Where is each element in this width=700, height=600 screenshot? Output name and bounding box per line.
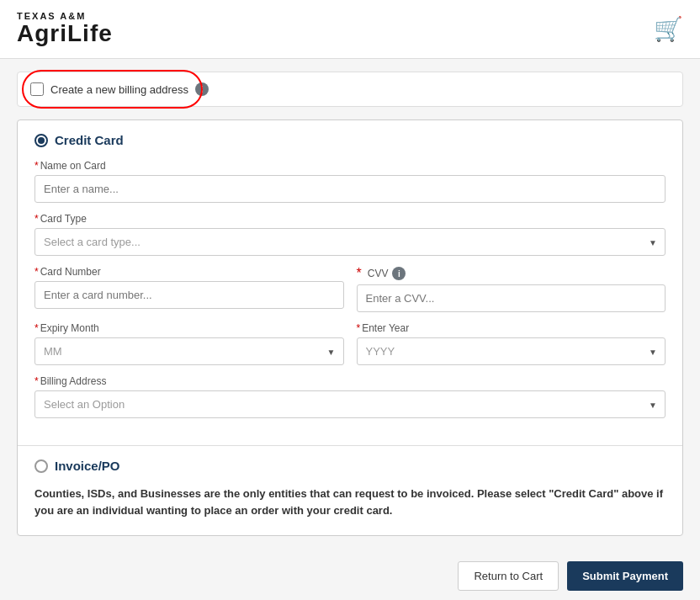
invoice-section: Invoice/PO Counties, ISDs, and Businesse…	[18, 446, 682, 535]
card-number-label: *Card Number	[34, 266, 344, 278]
return-to-cart-button[interactable]: Return to Cart	[458, 561, 559, 591]
expiry-month-select[interactable]: MM	[34, 337, 344, 365]
create-billing-address-checkbox[interactable]	[30, 82, 44, 96]
billing-address-section: Create a new billing address i	[17, 72, 683, 107]
footer-buttons: Return to Cart Submit Payment	[17, 549, 683, 599]
cvv-input[interactable]	[357, 284, 666, 312]
card-type-label: *Card Type	[34, 213, 666, 225]
required-star-card-number: *	[34, 266, 39, 278]
logo-agrilife: AgriLife	[17, 21, 113, 47]
invoice-title: Invoice/PO	[55, 459, 120, 473]
cvv-label: CVV	[368, 268, 389, 279]
invoice-description: Counties, ISDs, and Businesses are the o…	[34, 486, 666, 518]
expiry-month-group: *Expiry Month MM	[34, 322, 344, 365]
name-on-card-input[interactable]	[34, 175, 666, 203]
logo: Texas A&M AgriLife	[17, 11, 113, 47]
logo-text: Texas A&M AgriLife	[17, 11, 113, 47]
enter-year-group: *Enter Year YYYY	[357, 322, 666, 365]
billing-address-select-group: *Billing Address Select an Option	[34, 375, 666, 418]
expiry-month-label: *Expiry Month	[34, 322, 344, 334]
cvv-group: * CVV i	[357, 266, 666, 312]
name-on-card-group: *Name on Card	[34, 160, 666, 203]
credit-card-title: Credit Card	[55, 133, 124, 147]
cvv-label-row: * CVV i	[357, 266, 666, 281]
billing-address-label: Create a new billing address	[50, 83, 188, 96]
invoice-radio[interactable]	[34, 459, 48, 473]
card-number-group: *Card Number	[34, 266, 344, 312]
card-type-select[interactable]: Select a card type...	[34, 228, 666, 256]
card-type-select-wrapper: Select a card type...	[34, 228, 666, 256]
card-number-input[interactable]	[34, 281, 344, 309]
submit-payment-button[interactable]: Submit Payment	[567, 561, 683, 591]
card-number-cvv-row: *Card Number * CVV i	[34, 266, 666, 322]
required-star: *	[34, 160, 39, 172]
credit-card-section: Credit Card *Name on Card *Card Type Sel…	[18, 120, 682, 446]
expiry-month-select-wrapper: MM	[34, 337, 344, 365]
required-star-year: *	[357, 322, 361, 334]
header: Texas A&M AgriLife 🛒	[0, 0, 700, 59]
main-content: Create a new billing address i Credit Ca…	[0, 59, 700, 600]
expiry-year-row: *Expiry Month MM *Enter Year YYYY	[34, 322, 666, 375]
credit-card-radio[interactable]	[34, 134, 48, 147]
billing-address-select[interactable]: Select an Option	[34, 390, 666, 418]
enter-year-label: *Enter Year	[357, 322, 666, 334]
enter-year-select[interactable]: YYYY	[357, 337, 666, 365]
billing-address-select-wrapper: Select an Option	[34, 390, 666, 418]
enter-year-select-wrapper: YYYY	[357, 337, 666, 365]
name-on-card-label: *Name on Card	[34, 160, 666, 172]
required-star-expiry: *	[34, 322, 39, 334]
required-star-cvv: *	[357, 266, 362, 281]
required-star-billing: *	[34, 375, 39, 387]
billing-address-select-label: *Billing Address	[34, 375, 666, 387]
credit-card-header: Credit Card	[34, 133, 666, 147]
cvv-info-icon[interactable]: i	[392, 267, 406, 280]
required-star-card-type: *	[34, 213, 39, 225]
cart-icon[interactable]: 🛒	[654, 15, 683, 43]
card-type-group: *Card Type Select a card type...	[34, 213, 666, 256]
payment-section: Credit Card *Name on Card *Card Type Sel…	[17, 119, 683, 536]
invoice-header: Invoice/PO	[34, 459, 666, 473]
billing-info-icon[interactable]: i	[195, 82, 209, 96]
